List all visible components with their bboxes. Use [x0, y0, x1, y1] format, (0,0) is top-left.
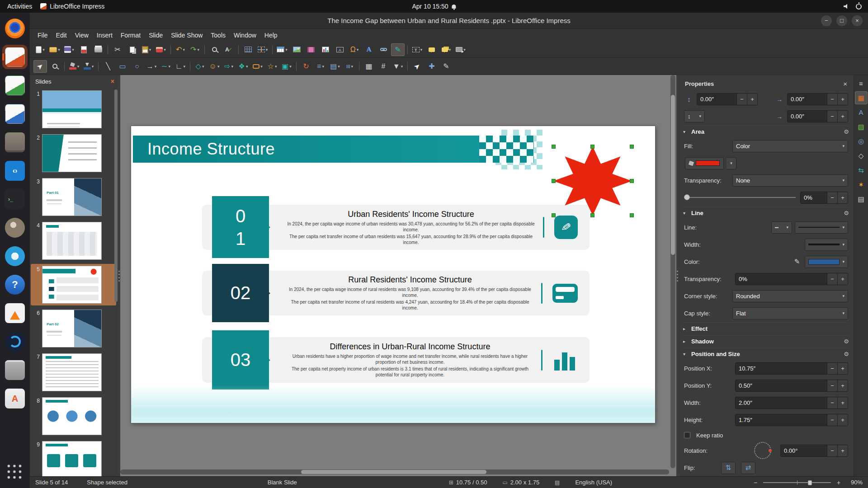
dropdown-arrow-icon[interactable]: ▾ — [183, 47, 185, 52]
close-sidebar-deck-button[interactable]: × — [841, 80, 849, 88]
show-comments-button[interactable]: ▾ — [439, 43, 453, 56]
menu-item[interactable]: Insert — [93, 30, 117, 41]
insert-line-tool[interactable]: ╲ ▾ — [101, 60, 115, 73]
snap-guides-button[interactable]: ▾ — [256, 43, 269, 56]
row-number-box[interactable]: 03 — [212, 330, 269, 389]
flowchart-button[interactable]: ❖ ▾ — [236, 60, 250, 73]
save-button[interactable]: ▾ — [62, 43, 76, 56]
dropdown-arrow-icon[interactable]: ▾ — [246, 64, 248, 69]
volume-icon[interactable] — [844, 4, 849, 9]
height-input[interactable]: 1.75″ − + — [735, 414, 848, 426]
decrement-button[interactable]: − — [827, 273, 837, 285]
decrement-button[interactable]: − — [827, 445, 837, 456]
dock-messenger[interactable] — [2, 244, 28, 268]
dock-browser-alt[interactable] — [2, 329, 28, 354]
dropdown-arrow-icon[interactable]: ▾ — [149, 47, 151, 52]
shadow-settings-icon[interactable]: ⚙ — [844, 338, 849, 345]
line-transparency-input[interactable]: 0% − + — [735, 273, 848, 285]
stars-banners-button[interactable]: ☆ ▾ — [265, 60, 279, 73]
copy-button[interactable]: ▾ — [125, 43, 139, 56]
activities-button[interactable]: Activities — [7, 3, 32, 10]
dropdown-arrow-icon[interactable]: ▾ — [275, 64, 277, 69]
menu-item[interactable]: Format — [117, 30, 145, 41]
row-number-box[interactable]: 02 — [212, 264, 269, 322]
increment-button[interactable]: + — [747, 94, 757, 105]
title-bar[interactable]: The Income Gap between Urban and Rural R… — [30, 13, 868, 29]
print-button[interactable]: ▾ — [91, 43, 105, 56]
selection-handle[interactable] — [630, 213, 634, 217]
slide-thumbnail[interactable]: 4 — [31, 220, 116, 262]
slide-thumbnail[interactable]: 5 — [31, 264, 116, 305]
glue-points-button[interactable]: ✚ ▾ — [425, 60, 439, 73]
increment-button[interactable]: + — [837, 192, 848, 203]
power-icon[interactable] — [856, 4, 862, 9]
dock-help[interactable]: ? — [2, 272, 28, 297]
object-size[interactable]: 2.00 x 1.75 — [510, 479, 539, 486]
basic-shapes-button[interactable]: ◇ ▾ — [193, 60, 207, 73]
line-arrow-tool[interactable]: → ▾ — [145, 60, 158, 73]
position-x-input[interactable]: 10.75″ − + — [735, 362, 848, 375]
zoom-in-button[interactable]: + — [835, 479, 842, 486]
content-row[interactable]: 03 Differences in Urban-Rural Income Str… — [202, 337, 590, 383]
increment-button[interactable]: + — [837, 94, 848, 105]
decrement-button[interactable]: − — [827, 192, 837, 203]
increment-button[interactable]: + — [837, 397, 848, 408]
align-objects-button[interactable]: ≡ ▾ — [314, 60, 327, 73]
slide-thumbnail[interactable]: 9 — [31, 439, 116, 476]
decrement-button[interactable]: − — [827, 397, 837, 408]
increment-button[interactable]: + — [837, 445, 848, 456]
dropdown-arrow-icon[interactable]: ▾ — [401, 64, 403, 69]
zoom-level[interactable]: 90% — [844, 479, 863, 486]
edit-points-button[interactable]: ➤ ▾ — [410, 60, 424, 73]
transparency-slider[interactable] — [684, 193, 796, 202]
zoom-out-button[interactable]: − — [752, 479, 759, 486]
selected-sun-shape[interactable] — [553, 146, 632, 216]
zoom-slider-knob[interactable] — [808, 480, 812, 485]
dock-software-store[interactable]: A — [2, 386, 28, 411]
shadow-button[interactable]: ▦ ▾ — [362, 60, 376, 73]
new-document-button[interactable]: ▾ — [33, 43, 47, 56]
insert-image-button[interactable]: ▾ — [290, 43, 303, 56]
rotation-dial[interactable] — [754, 442, 771, 459]
shadow-section-header[interactable]: ▸ Shadow ⚙ — [683, 335, 849, 347]
dropdown-arrow-icon[interactable]: ▾ — [92, 64, 94, 69]
increment-button[interactable]: + — [837, 380, 848, 391]
fill-color-button[interactable]: ▾ — [67, 60, 81, 73]
menu-item[interactable]: Tools — [207, 30, 230, 41]
slide-info[interactable]: Slide 5 of 14 — [35, 479, 68, 486]
slide-transition-tab[interactable]: ⇆ — [855, 164, 868, 177]
dropdown-arrow-icon[interactable]: ▾ — [338, 64, 340, 69]
selection-handle[interactable] — [552, 145, 556, 149]
dropdown-arrow-icon[interactable]: ▾ — [322, 64, 324, 69]
cursor-position[interactable]: 10.75 / 0.50 — [456, 479, 487, 486]
dropdown-arrow-icon[interactable]: ▾ — [184, 64, 186, 69]
selection-handle[interactable] — [630, 145, 634, 149]
menu-item[interactable]: Slide Show — [167, 30, 207, 41]
callouts-button[interactable]: ▾ — [251, 60, 264, 73]
show-gluepoint-functions-button[interactable]: ✎ ▾ — [439, 60, 453, 73]
dropdown-arrow-icon[interactable]: ▾ — [217, 64, 220, 69]
fill-color-dropdown[interactable]: ▾ — [726, 157, 736, 169]
selection-handle[interactable] — [630, 179, 634, 183]
insert-textbox-button[interactable]: ▾ — [333, 43, 347, 56]
increment-button[interactable]: + — [837, 111, 848, 122]
increment-button[interactable]: + — [837, 273, 848, 285]
dropdown-arrow-icon[interactable]: ▾ — [42, 47, 45, 52]
dropdown-arrow-icon[interactable]: ▾ — [449, 47, 451, 52]
block-arrows-button[interactable]: ⇨ ▾ — [222, 60, 236, 73]
cut-button[interactable]: ✂ ▾ — [111, 43, 124, 56]
insert-chart-button[interactable]: ▾ — [319, 43, 332, 56]
menu-item[interactable]: Help — [260, 30, 282, 41]
navigator-tab[interactable]: ◎ — [855, 135, 868, 148]
decrement-button[interactable]: − — [827, 363, 837, 374]
decrement-button[interactable]: − — [827, 414, 837, 426]
dropdown-arrow-icon[interactable]: ▾ — [420, 47, 423, 52]
interaction-button[interactable]: ▾ — [454, 43, 467, 56]
rotation-input[interactable]: 0.00° − + — [780, 445, 848, 457]
dropdown-arrow-icon[interactable]: ▾ — [77, 64, 80, 69]
dock-libreoffice-impress[interactable] — [2, 45, 28, 69]
slides-panel-scrollbar[interactable] — [114, 89, 118, 302]
distribute-button[interactable]: ≡ ▾ — [343, 60, 356, 73]
dropdown-arrow-icon[interactable]: ▾ — [155, 64, 157, 69]
dropdown-arrow-icon[interactable]: ▾ — [289, 64, 292, 69]
